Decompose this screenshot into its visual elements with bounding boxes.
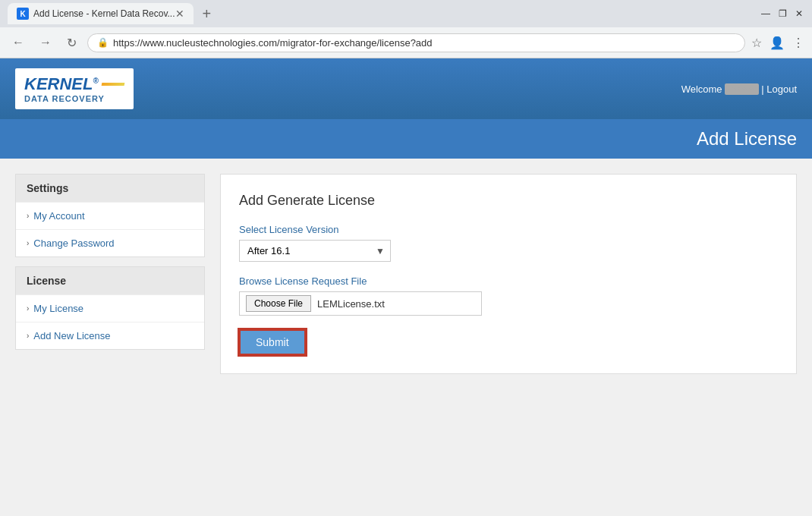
toolbar-icons: ☆ 👤 ⋮ xyxy=(751,36,804,50)
file-name-display: LEMLicense.txt xyxy=(317,298,385,310)
star-icon[interactable]: ☆ xyxy=(751,36,762,50)
sidebar-item-label: My License xyxy=(33,303,83,314)
version-select-wrapper: After 16.1 Before 16.1 ▼ xyxy=(239,240,391,262)
address-bar[interactable]: 🔒 https://www.nucleustechnologies.com/mi… xyxy=(87,33,745,52)
version-label: Select License Version xyxy=(239,224,778,235)
page-wrapper: KERNEL® DATA RECOVERY Welcome •••••••• |… xyxy=(0,58,812,516)
welcome-text: Welcome xyxy=(681,83,722,95)
chevron-icon: › xyxy=(27,239,29,247)
sidebar-item-label: Change Password xyxy=(33,238,114,249)
browser-titlebar: K Add License - Kernel Data Recov... ✕ +… xyxy=(0,0,812,27)
license-section-header: License xyxy=(16,267,204,294)
tab-favicon: K xyxy=(17,8,29,20)
address-url: https://www.nucleustechnologies.com/migr… xyxy=(113,37,433,49)
browser-chrome: K Add License - Kernel Data Recov... ✕ +… xyxy=(0,0,812,58)
sidebar-item-label: Add New License xyxy=(33,330,110,341)
form-area: Add Generate License Select License Vers… xyxy=(220,174,797,374)
logo-box: KERNEL® DATA RECOVERY xyxy=(15,68,134,109)
version-select[interactable]: After 16.1 Before 16.1 xyxy=(239,240,391,262)
file-label: Browse License Request File xyxy=(239,275,778,287)
tab-title: Add License - Kernel Data Recov... xyxy=(33,8,175,19)
file-input-row: Choose File LEMLicense.txt xyxy=(239,291,482,316)
lock-icon: 🔒 xyxy=(97,37,109,48)
page-title-bar: Add License xyxy=(0,119,812,159)
sidebar-item-add-new-license[interactable]: › Add New License xyxy=(16,322,204,349)
sidebar-item-change-password[interactable]: › Change Password xyxy=(16,229,204,256)
logout-link[interactable]: Logout xyxy=(766,83,797,95)
back-button[interactable]: ← xyxy=(8,34,29,51)
site-header: KERNEL® DATA RECOVERY Welcome •••••••• |… xyxy=(0,58,812,119)
file-form-group: Browse License Request File Choose File … xyxy=(239,275,778,316)
username-text: •••••••• xyxy=(725,83,758,95)
close-button[interactable]: ✕ xyxy=(794,8,804,19)
browser-toolbar: ← → ↻ 🔒 https://www.nucleustechnologies.… xyxy=(0,27,812,58)
settings-section: Settings › My Account › Change Password xyxy=(15,174,205,257)
browser-tab[interactable]: K Add License - Kernel Data Recov... ✕ xyxy=(8,3,194,24)
chevron-icon: › xyxy=(27,212,29,220)
header-right: Welcome •••••••• | Logout xyxy=(681,83,797,95)
refresh-button[interactable]: ↻ xyxy=(62,34,81,52)
minimize-button[interactable]: — xyxy=(760,8,771,19)
new-tab-button[interactable]: + xyxy=(197,5,218,23)
logo-kernel-text: KERNEL® xyxy=(24,74,99,94)
tab-close-icon[interactable]: ✕ xyxy=(175,8,184,20)
sidebar: Settings › My Account › Change Password … xyxy=(15,174,205,374)
logo-kernel: KERNEL® xyxy=(24,74,124,94)
account-icon[interactable]: 👤 xyxy=(770,36,785,50)
choose-file-button[interactable]: Choose File xyxy=(246,295,311,312)
logo-stripe xyxy=(101,83,124,86)
submit-button[interactable]: Submit xyxy=(239,329,306,355)
form-title: Add Generate License xyxy=(239,193,778,209)
version-form-group: Select License Version After 16.1 Before… xyxy=(239,224,778,262)
settings-section-header: Settings xyxy=(16,175,204,202)
sidebar-item-my-account[interactable]: › My Account xyxy=(16,202,204,229)
forward-button[interactable]: → xyxy=(35,34,56,51)
page-title: Add License xyxy=(15,128,797,149)
logo-subtitle: DATA RECOVERY xyxy=(24,94,105,103)
sidebar-item-label: My Account xyxy=(33,210,84,222)
menu-icon[interactable]: ⋮ xyxy=(792,36,804,50)
sidebar-item-my-license[interactable]: › My License xyxy=(16,294,204,322)
main-content: Settings › My Account › Change Password … xyxy=(0,159,812,389)
window-controls: — ❐ ✕ xyxy=(760,8,804,19)
restore-button[interactable]: ❐ xyxy=(777,8,788,19)
chevron-icon: › xyxy=(27,332,29,340)
license-section: License › My License › Add New License xyxy=(15,266,205,350)
chevron-icon: › xyxy=(27,304,29,313)
